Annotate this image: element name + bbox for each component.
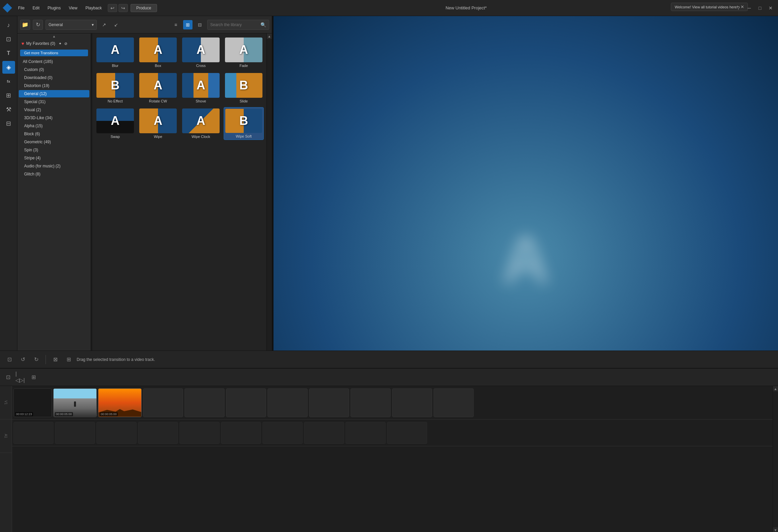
status-tool-3[interactable]: ↻: [31, 354, 42, 365]
sidebar-item-storyboard[interactable]: ⊡: [2, 33, 15, 46]
view-list-button[interactable]: ≡: [171, 20, 180, 29]
sidebar-item-text[interactable]: T: [2, 47, 15, 60]
media-icon: ♪: [7, 22, 10, 29]
undo-button[interactable]: ↩: [108, 4, 117, 12]
timeline-clip-1[interactable]: 00:03:12:23: [13, 388, 52, 417]
clip-1-duration: 00:03:12:23: [15, 412, 33, 416]
transition-wipeclock[interactable]: A Wipe Clock: [181, 107, 221, 140]
grid-scroll-up-button[interactable]: ▲: [267, 33, 272, 39]
category-dropdown[interactable]: General ▾: [46, 20, 97, 30]
folder-button[interactable]: 📁: [20, 20, 30, 30]
nav-item-visual[interactable]: Visual (2): [19, 106, 89, 113]
maximize-button[interactable]: □: [755, 3, 765, 13]
preview-blur-letter: A: [501, 221, 550, 298]
search-input[interactable]: [210, 22, 260, 27]
nav-item-stripe[interactable]: Stripe (4): [19, 154, 89, 162]
nav-item-distortion[interactable]: Distortion (19): [19, 82, 89, 89]
menu-plugins[interactable]: Plugins: [44, 4, 64, 12]
sidebar-item-subtitles[interactable]: ⊟: [2, 117, 15, 130]
status-tool-5[interactable]: ⊞: [63, 354, 74, 365]
status-tool-2[interactable]: ↺: [17, 354, 28, 365]
nav-item-glitch[interactable]: Glitch (8): [19, 170, 89, 178]
nav-item-downloaded[interactable]: Downloaded (0): [19, 74, 89, 81]
close-button[interactable]: ✕: [766, 3, 775, 13]
timeline-empty-1: [143, 388, 183, 417]
timeline-scrollbar-track[interactable]: [773, 391, 778, 527]
transition-blur[interactable]: A Blur: [95, 36, 135, 69]
audio-empty-2: [55, 422, 95, 444]
menu-view[interactable]: View: [65, 4, 81, 12]
timeline-clip-3[interactable]: 00:00:05:00: [98, 388, 142, 417]
rotatecw-thumb-letter: A: [154, 78, 162, 92]
sidebar-item-overlay[interactable]: ⊞: [2, 89, 15, 102]
timeline-empty-8: [434, 388, 474, 417]
timeline-btn-2[interactable]: |◁▷|: [15, 372, 26, 383]
nav-item-geometric[interactable]: Geometric (49): [19, 138, 89, 146]
audio-empty-8: [304, 422, 344, 444]
get-more-transitions-button[interactable]: Get more Transitions: [20, 50, 88, 56]
produce-button[interactable]: Produce: [131, 4, 157, 12]
minimize-button[interactable]: ─: [745, 3, 754, 13]
transition-wipesoft[interactable]: B Wipe Soft: [224, 107, 264, 140]
cross-thumb-letter: A: [197, 43, 205, 57]
timeline-scroll-up-button[interactable]: ▲: [773, 386, 778, 391]
timeline-scroll-down-button[interactable]: ▼: [773, 527, 778, 532]
sidebar-item-effects[interactable]: fx: [2, 75, 15, 88]
nav-all-content[interactable]: All Content (185): [19, 58, 89, 65]
nav-scroll-up[interactable]: ▲: [17, 33, 91, 39]
refresh-button[interactable]: ↻: [33, 20, 43, 30]
menu-file[interactable]: File: [15, 4, 28, 12]
transition-wipe[interactable]: A Wipe: [138, 107, 178, 140]
nav-item-general[interactable]: General (12): [19, 90, 89, 97]
timeline-empty-4: [267, 388, 308, 417]
tools-icon: ⚒: [6, 106, 11, 113]
transition-box[interactable]: A Box: [138, 36, 178, 69]
view-grid-large-button[interactable]: ⊟: [195, 20, 205, 29]
status-message: Drag the selected transition to a video …: [77, 357, 155, 362]
redo-button[interactable]: ↪: [119, 4, 128, 12]
transition-cross[interactable]: A Cross: [181, 36, 221, 69]
sidebar-item-transitions[interactable]: ◈: [2, 61, 15, 74]
timeline-area: ⊡ |◁▷| ⊞ V1 A1 00:03:12:23: [0, 368, 778, 532]
transition-fade[interactable]: A Fade: [224, 36, 264, 69]
nav-item-spin[interactable]: Spin (3): [19, 146, 89, 154]
nav-item-3d[interactable]: 3D/3D-Like (34): [19, 114, 89, 122]
nav-item-special[interactable]: Special (31): [19, 98, 89, 105]
nav-item-custom[interactable]: Custom (0): [19, 66, 89, 73]
import-button[interactable]: ↙: [111, 20, 121, 29]
snap-icon: ⊡: [7, 356, 12, 363]
shove-thumb-letter: A: [197, 78, 205, 92]
nav-item-audio[interactable]: Audio (for music) (2): [19, 162, 89, 170]
transition-rotatecw[interactable]: A Rotate CW: [138, 72, 178, 104]
block-label: Block (6): [24, 132, 40, 136]
blur-thumb-letter: A: [111, 43, 120, 57]
timeline-btn-1[interactable]: ⊡: [3, 372, 13, 383]
timeline-clip-2[interactable]: 00:00:05:00: [53, 388, 97, 417]
get-more-label: Get more Transitions: [24, 51, 58, 55]
search-box[interactable]: 🔍: [207, 20, 269, 30]
status-tool-1[interactable]: ⊡: [4, 354, 15, 365]
sidebar-item-tools[interactable]: ⚒: [2, 103, 15, 116]
help-button[interactable]: ?: [734, 3, 743, 13]
status-tool-4[interactable]: ⊠: [50, 354, 61, 365]
transition-slide[interactable]: B Slide: [224, 72, 264, 104]
menu-playback[interactable]: Playback: [82, 4, 105, 12]
timeline-btn-3[interactable]: ⊞: [28, 372, 39, 383]
clips-area: 00:03:12:23 00:00:05:00: [12, 386, 773, 532]
menu-edit[interactable]: Edit: [29, 4, 43, 12]
3d-label: 3D/3D-Like (34): [24, 116, 53, 120]
sidebar-item-media[interactable]: ♪: [2, 19, 15, 31]
audio-empty-3: [96, 422, 137, 444]
glitch-label: Glitch (8): [24, 172, 41, 176]
titlebar: File Edit Plugins View Playback ↩ ↪ Prod…: [0, 0, 778, 16]
view-grid-medium-button[interactable]: ⊞: [183, 20, 192, 29]
nav-buttons: ↩ ↪: [108, 4, 128, 12]
timeline-snap-icon: ⊡: [6, 374, 10, 380]
nav-item-block[interactable]: Block (6): [19, 130, 89, 138]
transition-swap[interactable]: A Swap: [95, 107, 135, 140]
transition-noeffect[interactable]: B No Effect: [95, 72, 135, 104]
transition-shove[interactable]: A Shove: [181, 72, 221, 104]
nav-item-alpha[interactable]: Alpha (15): [19, 122, 89, 130]
export-button[interactable]: ↗: [99, 20, 109, 29]
transitions-icon: ◈: [6, 64, 11, 71]
